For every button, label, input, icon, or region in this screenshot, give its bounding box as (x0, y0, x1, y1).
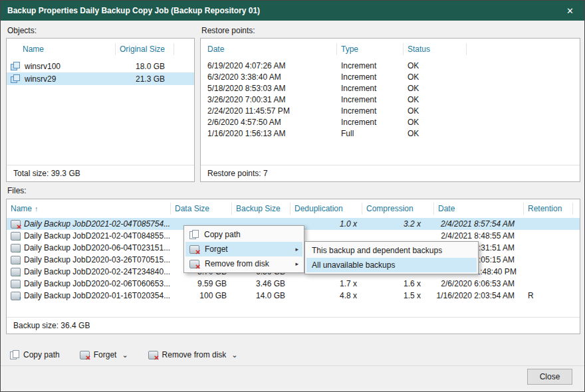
files-label: Files: (7, 186, 27, 195)
object-row[interactable]: winsrv100 18.0 GB (7, 60, 194, 72)
files-col-retention[interactable]: Retention (524, 203, 573, 215)
file-compression: 3.2 x (362, 219, 434, 229)
copy-path-button[interactable]: Copy path (7, 349, 62, 361)
column-label: Date (207, 45, 224, 54)
menu-item-remove-from-disk[interactable]: Remove from disk ▸ (185, 256, 302, 271)
files-col-compression[interactable]: Compression (362, 203, 434, 215)
restore-type: Increment (337, 106, 404, 116)
file-name: Daily Backup JobD2020-02-24T234840... (24, 267, 170, 276)
total-size-text: Total size: 39.3 GB (13, 169, 80, 178)
restore-point-row[interactable]: 3/26/2020 7:00:31 AM Increment OK (201, 94, 580, 105)
restore-type: Increment (337, 118, 404, 127)
menu-item-copy-path[interactable]: Copy path (185, 227, 302, 242)
submenu-item-all-unavailable-backups[interactable]: All unavailable backups (306, 258, 477, 272)
restore-point-row[interactable]: 1/16/2020 1:56:13 AM Full OK (201, 128, 580, 139)
backup-increment-file-icon (11, 244, 21, 252)
column-label: Backup Size (236, 204, 281, 213)
restore-date: 2/6/2020 4:57:50 AM (201, 118, 337, 127)
restore-type: Increment (337, 84, 404, 93)
restore-status: OK (404, 61, 467, 70)
files-col-date[interactable]: Date (434, 203, 524, 215)
files-col-name[interactable]: Name↑ (7, 203, 171, 215)
column-label: Original Size (120, 45, 165, 54)
menu-item-label: All unavailable backups (312, 260, 395, 270)
chevron-down-icon: ⌄ (122, 351, 128, 358)
context-menu: Copy path Forget ▸ Remove from disk ▸ (183, 225, 304, 273)
restore-points-panel: Date Type Status 6/19/2020 4:07:26 AM In… (200, 38, 580, 182)
object-name: winsrv29 (25, 74, 56, 84)
file-row[interactable]: Daily Backup JobD2020-01-16T020354... 10… (7, 290, 580, 302)
restore-col-date[interactable]: Date (201, 43, 337, 55)
backup-file-unavailable-icon (11, 220, 21, 229)
restore-status: OK (404, 118, 467, 127)
files-col-data-size[interactable]: Data Size (171, 203, 232, 215)
column-label: Data Size (175, 204, 209, 213)
submenu-item-this-backup[interactable]: This backup and dependent backups (306, 243, 477, 258)
restore-date: 6/19/2020 4:07:26 AM (201, 61, 337, 70)
forget-button[interactable]: Forget ⌄ (77, 349, 131, 361)
vm-icon (11, 74, 21, 83)
sort-ascending-icon: ↑ (35, 205, 39, 213)
remove-from-disk-button[interactable]: Remove from disk ⌄ (146, 349, 241, 361)
restore-date: 3/26/2020 7:00:31 AM (201, 95, 337, 104)
close-icon[interactable]: ✕ (562, 5, 578, 17)
restore-points-label: Restore points: (201, 26, 255, 35)
backup-increment-file-icon (11, 232, 21, 241)
restore-date: 5/18/2020 8:53:03 AM (201, 84, 337, 93)
backup-full-file-icon (11, 292, 21, 300)
column-label: Compression (366, 204, 413, 213)
file-name: Daily Backup JobD2020-06-04T023151... (24, 243, 170, 252)
restore-points-header: Date Type Status (201, 39, 580, 60)
restore-status: OK (404, 129, 467, 138)
submenu-arrow-icon: ▸ (295, 260, 298, 267)
backup-properties-dialog: Backup Properties Daily Backup Copy Job … (0, 0, 585, 392)
file-data-size: 100 GB (171, 291, 232, 300)
restore-col-status[interactable]: Status (404, 43, 467, 55)
restore-point-row[interactable]: 5/18/2020 8:53:03 AM Increment OK (201, 82, 580, 94)
object-row-selected[interactable]: winsrv29 21.3 GB (7, 72, 194, 85)
file-date: 2/4/2021 8:57:54 AM (434, 219, 524, 229)
backup-size-text: Backup size: 36.4 GB (13, 321, 90, 330)
objects-header: Name Original Size (7, 39, 194, 60)
file-date: 1/16/2020 2:03:54 AM (434, 291, 524, 300)
context-submenu: This backup and dependent backups All un… (304, 241, 479, 274)
restore-point-row[interactable]: 2/24/2020 11:45:57 PM Increment OK (201, 105, 580, 116)
column-label: Date (438, 204, 455, 213)
copy-icon (10, 350, 19, 359)
remove-from-disk-icon (189, 260, 199, 268)
objects-col-name[interactable]: Name (7, 43, 116, 55)
file-compression: 1.5 x (362, 291, 434, 300)
file-deduplication: 1.7 x (291, 279, 362, 288)
restore-point-row[interactable]: 6/3/2020 3:38:40 AM Increment OK (201, 71, 580, 82)
files-col-backup-size[interactable]: Backup Size (232, 203, 291, 215)
title-bar: Backup Properties Daily Backup Copy Job … (1, 1, 584, 21)
menu-item-forget[interactable]: Forget ▸ (185, 242, 302, 256)
restore-type: Increment (337, 72, 404, 82)
file-name: Daily Backup JobD2021-02-04T084855... (24, 231, 170, 241)
column-label: Status (408, 45, 430, 54)
objects-col-original-size[interactable]: Original Size (116, 43, 174, 55)
file-deduplication: 4.8 x (291, 291, 362, 300)
button-label: Remove from disk (162, 350, 227, 359)
object-original-size: 18.0 GB (116, 62, 174, 71)
files-col-deduplication[interactable]: Deduplication (291, 203, 362, 215)
restore-point-row[interactable]: 2/6/2020 4:57:50 AM Increment OK (201, 116, 580, 128)
files-header: Name↑ Data Size Backup Size Deduplicatio… (7, 199, 580, 218)
button-label: Copy path (23, 350, 60, 359)
file-name: Daily Backup JobD2020-03-26T070515... (24, 255, 170, 264)
column-label: Name (11, 204, 32, 213)
file-data-size: 9.59 GB (171, 279, 232, 288)
restore-col-type[interactable]: Type (337, 43, 404, 55)
button-label: Forget (94, 350, 117, 359)
file-row[interactable]: Daily Backup JobD2020-02-06T060653... 9.… (7, 278, 580, 290)
close-button[interactable]: Close (527, 369, 572, 385)
column-label: Type (341, 45, 358, 54)
backup-increment-file-icon (11, 256, 21, 264)
restore-type: Increment (337, 61, 404, 70)
forget-icon (189, 245, 199, 254)
file-compression: 1.6 x (362, 279, 434, 288)
files-footer: Backup size: 36.4 GB (7, 317, 580, 334)
remove-from-disk-icon (148, 351, 158, 359)
restore-point-row[interactable]: 6/19/2020 4:07:26 AM Increment OK (201, 60, 580, 71)
column-label: Deduplication (294, 204, 343, 213)
